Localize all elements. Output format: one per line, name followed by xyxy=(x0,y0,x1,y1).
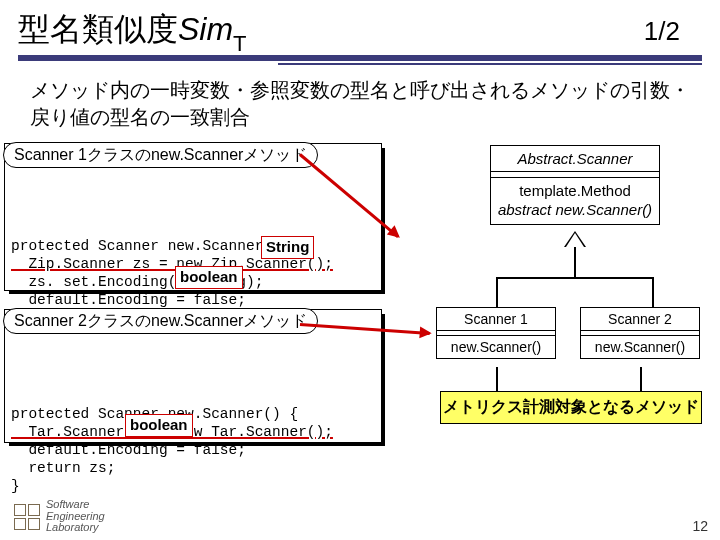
uml-child2-name: Scanner 2 xyxy=(581,308,699,331)
page-indicator: 1/2 xyxy=(644,16,680,47)
code1-line4: default.Encoding = false; xyxy=(11,292,246,308)
uml-line-child1 xyxy=(496,277,498,307)
uml-child-scanner1: Scanner 1 new.Scanner() xyxy=(436,307,556,359)
yellow-highlight-box: メトリクス計測対象となるメソッド xyxy=(440,391,702,424)
yellow-link2 xyxy=(640,367,642,391)
uml-line-horiz xyxy=(496,277,654,279)
uml-child1-body: new.Scanner() xyxy=(437,336,555,358)
uml-triangle-fill xyxy=(566,233,584,247)
title-row: 型名類似度SimT 1/2 xyxy=(0,0,720,55)
content-area: Scanner 1クラスのnew.Scannerメソッド protected S… xyxy=(0,139,720,489)
slide-number: 12 xyxy=(692,518,708,534)
title-rules xyxy=(0,55,720,67)
uml-child1-name: Scanner 1 xyxy=(437,308,555,331)
lab-text: Software Engineering Laboratory xyxy=(46,499,105,534)
yellow-link1 xyxy=(496,367,498,391)
title-sim: Sim xyxy=(178,11,233,47)
annot-boolean-2: boolean xyxy=(125,414,193,437)
uml-abstract-name: Abstract.Scanner xyxy=(491,146,659,172)
page-title: 型名類似度SimT xyxy=(18,8,247,53)
code1-caption: Scanner 1クラスのnew.Scannerメソッド xyxy=(3,142,318,168)
uml-child-scanner2: Scanner 2 new.Scanner() xyxy=(580,307,700,359)
code-box-scanner2: Scanner 2クラスのnew.Scannerメソッド protected S… xyxy=(4,309,382,443)
annot-string: String xyxy=(261,236,314,259)
uml-line-child2 xyxy=(652,277,654,307)
code2-line4: return zs; xyxy=(11,460,115,476)
lab-logo-icon xyxy=(14,504,40,530)
uml-abstract-body2: abstract new.Scanner() xyxy=(493,201,657,220)
annot-boolean-1: boolean xyxy=(175,266,243,289)
uml-line-vert xyxy=(574,247,576,277)
title-prefix: 型名類似度 xyxy=(18,11,178,47)
footer: Software Engineering Laboratory xyxy=(14,499,105,534)
uml-abstract-body1: template.Method xyxy=(493,182,657,201)
uml-abstract-class: Abstract.Scanner template.Method abstrac… xyxy=(490,145,660,225)
title-subscript: T xyxy=(233,31,246,56)
code-box-scanner1: Scanner 1クラスのnew.Scannerメソッド protected S… xyxy=(4,143,382,291)
code2-line3: default.Encoding = false; xyxy=(11,442,246,458)
lab-line3: Laboratory xyxy=(46,522,105,534)
uml-child2-body: new.Scanner() xyxy=(581,336,699,358)
description-text: メソッド内の一時変数・参照変数の型名と呼び出されるメソッドの引数・戻り値の型名の… xyxy=(0,67,720,139)
code2-caption: Scanner 2クラスのnew.Scannerメソッド xyxy=(3,308,318,334)
code1-line1: protected Scanner new.Scanner() { xyxy=(11,238,298,254)
code2-line5: } xyxy=(11,478,20,494)
